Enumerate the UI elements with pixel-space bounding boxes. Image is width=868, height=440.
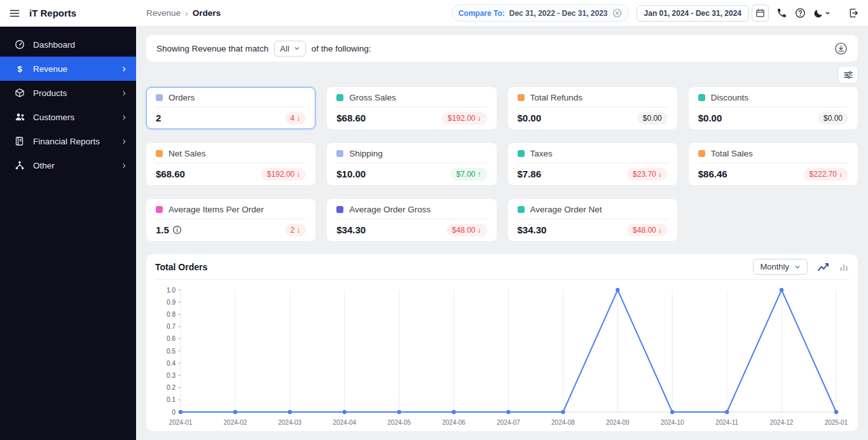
metric-value: 1.5 [156, 224, 169, 235]
sidebar-item-revenue[interactable]: $ Revenue › [0, 57, 136, 81]
interval-select[interactable]: Monthly [753, 259, 808, 275]
chart-header: Total Orders Monthly [155, 254, 849, 280]
help-icon[interactable] [795, 8, 806, 18]
metric-label: Total Sales [711, 149, 753, 158]
date-range-input[interactable]: Jan 01, 2024 - Dec 31, 2024 [637, 5, 749, 22]
chevron-right-icon: › [122, 160, 126, 172]
sidebar-item-label: Other [33, 161, 114, 170]
svg-text:0.6: 0.6 [167, 335, 176, 342]
sidebar-item-dashboard[interactable]: Dashboard › [0, 32, 136, 57]
metric-value: $34.30 [518, 224, 547, 235]
dollar-sign-icon: $ [14, 64, 25, 74]
metric-card-shipping[interactable]: Shipping $10.00 $7.00↑ [327, 143, 496, 185]
download-circle-icon[interactable] [834, 42, 848, 55]
metric-value: $34.30 [336, 224, 366, 235]
sidebar-item-other[interactable]: Other › [0, 153, 136, 177]
svg-text:2024-10: 2024-10 [661, 419, 684, 426]
metric-label: Average Order Gross [349, 205, 431, 214]
metric-compare-pill: $222.70↓ [804, 168, 848, 181]
metric-card-total-refunds[interactable]: Total Refunds $0.00 $0.00 [508, 87, 677, 129]
breadcrumb-page: Orders [193, 8, 221, 18]
chevron-right-icon: › [122, 111, 126, 123]
compare-to-pill[interactable]: Compare To: Dec 31, 2022 - Dec 31, 2023 [451, 4, 629, 22]
metric-compare-pill: 4↓ [285, 112, 307, 125]
svg-text:$: $ [17, 64, 22, 74]
metric-color-swatch [156, 150, 163, 157]
filter-settings-button[interactable] [838, 66, 858, 83]
sidebar-item-customers[interactable]: Customers › [0, 105, 136, 129]
svg-text:2024-06: 2024-06 [442, 419, 465, 426]
top-bar-left: iT Reports [9, 8, 136, 19]
metric-color-swatch [336, 94, 343, 101]
chart-card: Total Orders Monthly [146, 254, 858, 431]
metric-color-swatch [518, 206, 525, 213]
sidebar-item-products[interactable]: Products › [0, 81, 136, 105]
interval-select-value: Monthly [760, 262, 789, 272]
metric-card-discounts[interactable]: Discounts $0.00 $0.00 [689, 87, 858, 129]
chevron-right-icon: › [122, 87, 126, 99]
metric-label: Total Refunds [530, 93, 583, 102]
metric-card-total-sales[interactable]: Total Sales $86.46 $222.70↓ [689, 143, 858, 185]
calendar-button[interactable] [752, 4, 769, 22]
sidebar-nav: Dashboard › $ Revenue › Products › Custo… [0, 32, 136, 177]
metric-color-swatch [156, 206, 163, 213]
svg-text:2024-02: 2024-02 [224, 419, 247, 426]
metric-compare-pill: $0.00 [637, 112, 668, 125]
bar-chart-icon[interactable] [839, 262, 849, 272]
metric-compare-pill: $192.00↓ [442, 112, 486, 125]
sliders-icon [843, 70, 853, 80]
breadcrumb-separator-icon: › [185, 8, 188, 18]
match-select[interactable]: All [274, 41, 305, 57]
filter-text-after: of the following: [312, 44, 371, 53]
chevron-right-icon: › [122, 135, 126, 148]
filter-text-before: Showing Revenue that match [156, 44, 268, 53]
metric-label: Taxes [530, 149, 553, 158]
metric-card-average-items-per-order[interactable]: Average Items Per Order 1.5 2↓ [146, 199, 315, 241]
chevron-down-icon [294, 45, 300, 52]
match-select-value: All [280, 44, 289, 53]
metric-color-swatch [698, 94, 705, 101]
app-root: iT Reports Revenue › Orders Compare To: … [0, 0, 868, 440]
metric-color-swatch [156, 94, 163, 101]
chart-controls: Monthly [753, 259, 849, 275]
svg-text:2024-09: 2024-09 [606, 419, 630, 426]
breadcrumb: Revenue › Orders [146, 8, 221, 18]
financial-book-icon [14, 136, 25, 146]
metric-color-swatch [698, 150, 705, 157]
metric-label: Discounts [711, 93, 748, 102]
svg-text:0.9: 0.9 [167, 299, 176, 306]
logout-icon[interactable] [848, 8, 859, 18]
metric-card-average-order-gross[interactable]: Average Order Gross $34.30 $48.00↓ [327, 199, 496, 241]
breadcrumb-section[interactable]: Revenue [146, 8, 181, 18]
close-circle-icon[interactable] [612, 8, 622, 18]
compare-to-label: Compare To: [458, 9, 505, 18]
metric-value: $0.00 [518, 113, 542, 123]
metric-card-taxes[interactable]: Taxes $7.86 $23.70↓ [508, 143, 677, 185]
other-nodes-icon [14, 160, 25, 170]
svg-text:2024-12: 2024-12 [770, 419, 794, 426]
theme-toggle[interactable] [813, 8, 830, 18]
svg-text:2024-05: 2024-05 [387, 419, 411, 426]
hamburger-menu-icon[interactable] [9, 8, 20, 19]
metric-card-average-order-net[interactable]: Average Order Net $34.30 $48.00↓ [508, 199, 677, 241]
svg-text:0.1: 0.1 [167, 396, 176, 403]
metric-value: 2 [156, 113, 161, 123]
info-icon[interactable] [172, 225, 182, 235]
metric-card-orders[interactable]: Orders 2 4↓ [146, 87, 315, 129]
svg-text:0.4: 0.4 [167, 360, 176, 367]
compare-range-value: Dec 31, 2022 - Dec 31, 2023 [509, 9, 608, 18]
date-range-picker: Jan 01, 2024 - Dec 31, 2024 [637, 4, 769, 22]
dashboard-gauge-icon [14, 39, 25, 50]
metric-card-gross-sales[interactable]: Gross Sales $68.60 $192.00↓ [327, 87, 496, 129]
metric-cards-grid: Orders 2 4↓ Gross Sales $68.60 $192.00↓ … [146, 87, 858, 241]
products-cube-icon [14, 88, 25, 98]
phone-icon[interactable] [776, 8, 787, 18]
svg-text:2024-01: 2024-01 [169, 419, 193, 426]
main-content: Showing Revenue that match All of the fo… [136, 27, 868, 440]
svg-text:2024-11: 2024-11 [715, 419, 738, 426]
metric-value: $68.60 [156, 168, 185, 179]
metric-card-net-sales[interactable]: Net Sales $68.60 $192.00↓ [146, 143, 315, 185]
line-chart-icon[interactable] [817, 261, 829, 272]
metric-value: $86.46 [698, 168, 727, 179]
sidebar-item-financial-reports[interactable]: Financial Reports › [0, 129, 136, 153]
